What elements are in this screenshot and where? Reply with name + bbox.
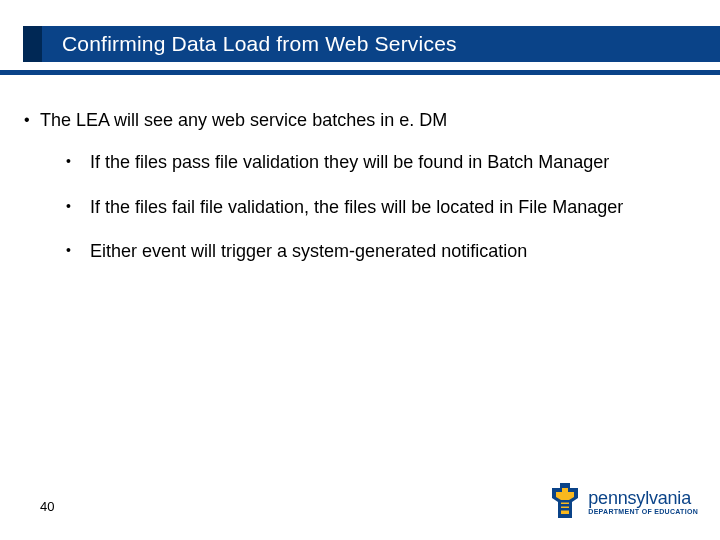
svg-rect-0 xyxy=(560,500,570,503)
content-area: • The LEA will see any web service batch… xyxy=(24,108,696,283)
bullet-level2: • Either event will trigger a system-gen… xyxy=(66,239,696,263)
bullet-dot: • xyxy=(66,195,90,219)
bullet-text: If the files pass file validation they w… xyxy=(90,150,696,174)
logo-text: pennsylvania DEPARTMENT OF EDUCATION xyxy=(588,489,698,515)
bullet-level1: • The LEA will see any web service batch… xyxy=(24,108,696,132)
title-bar: Confirming Data Load from Web Services xyxy=(0,26,720,66)
page-number: 40 xyxy=(40,499,54,514)
bullet-dot: • xyxy=(24,108,40,132)
svg-rect-2 xyxy=(560,508,570,511)
keystone-icon xyxy=(548,482,582,522)
slide-title: Confirming Data Load from Web Services xyxy=(62,32,457,56)
slide: Confirming Data Load from Web Services •… xyxy=(0,0,720,540)
bullet-text: If the files fail file validation, the f… xyxy=(90,195,696,219)
bullet-dot: • xyxy=(66,239,90,263)
bullet-dot: • xyxy=(66,150,90,174)
bullet-level2: • If the files pass file validation they… xyxy=(66,150,696,174)
svg-rect-1 xyxy=(560,504,570,507)
bullet-text: The LEA will see any web service batches… xyxy=(40,108,696,132)
logo-department: DEPARTMENT OF EDUCATION xyxy=(588,508,698,515)
logo-state: pennsylvania xyxy=(588,489,698,507)
title-bar-accent xyxy=(23,26,42,62)
bullet-text: Either event will trigger a system-gener… xyxy=(90,239,696,263)
bullet-level2: • If the files fail file validation, the… xyxy=(66,195,696,219)
title-underline xyxy=(0,70,720,75)
pa-doe-logo: pennsylvania DEPARTMENT OF EDUCATION xyxy=(548,482,698,522)
